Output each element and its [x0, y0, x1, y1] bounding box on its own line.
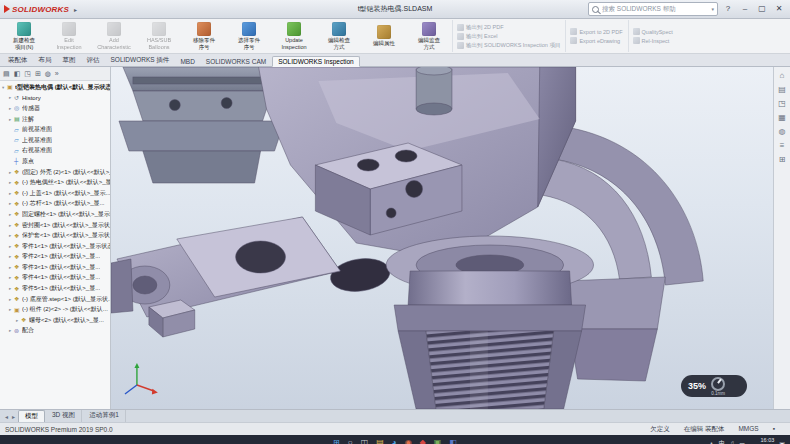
ribbon-button[interactable]: Update Inspection: [272, 20, 316, 52]
tree-item[interactable]: ▸ 传感器: [0, 103, 110, 114]
export-item[interactable]: 输出到 SOLIDWORKS Inspection 项目: [457, 42, 560, 49]
tree-item[interactable]: ▸ 螺母<2> (默认<<默认>_显...: [0, 315, 110, 326]
tab-scroll-arrow[interactable]: ◂: [3, 413, 10, 420]
forum-icon[interactable]: ⊞: [779, 155, 786, 164]
ribbon-button[interactable]: 选择零件 序号: [227, 20, 271, 52]
tab-scroll-arrow[interactable]: ▸: [10, 413, 17, 420]
tree-item-label: 密封圈<1> (默认<<默认>_显示状态...: [22, 221, 110, 230]
command-tab[interactable]: SOLIDWORKS CAM: [201, 57, 271, 66]
command-tab[interactable]: SOLIDWORKS 插件: [106, 55, 175, 66]
export-item[interactable]: Export eDrawing: [570, 37, 622, 44]
ribbon-button[interactable]: 编辑监查 方式: [407, 20, 451, 52]
tree-item[interactable]: ▸ 零件5<1> (默认<<默认>_显...: [0, 283, 110, 294]
clock[interactable]: 16:03 2022/8/15: [750, 437, 774, 444]
tree-item[interactable]: ▸ 固定螺栓<1> (默认<<默认>_显示状...: [0, 209, 110, 220]
search-taskbar-icon[interactable]: ○: [348, 439, 353, 444]
tree-item[interactable]: ▸ 零件3<1> (默认<<默认>_显...: [0, 262, 110, 273]
menu-expand-arrow[interactable]: ▸: [74, 6, 77, 13]
design-library-icon[interactable]: ▤: [778, 85, 786, 94]
command-tab[interactable]: 草图: [58, 55, 81, 66]
tree-item[interactable]: ▸ 注解: [0, 114, 110, 125]
ribbon-button-icon: [422, 22, 436, 36]
view-tab[interactable]: 模型: [18, 410, 45, 422]
task-view-icon[interactable]: ◫: [361, 439, 369, 444]
browser-icon[interactable]: ◉: [405, 439, 412, 444]
tree-item[interactable]: ▸ 零件2<1> (默认<<默认>_显...: [0, 252, 110, 263]
app-icon-blue[interactable]: ◧: [449, 439, 457, 444]
appearances-icon[interactable]: ◍: [779, 127, 786, 136]
dimxpert-tab-icon[interactable]: ⊞: [35, 70, 41, 78]
ribbon-button[interactable]: HAS/SUB Balloons: [137, 20, 181, 52]
file-explorer-icon[interactable]: ◳: [778, 99, 786, 108]
propertymanager-tab-icon[interactable]: ◧: [14, 70, 21, 78]
tree-item[interactable]: ▸ 零件4<1> (默认<<默认>_显...: [0, 273, 110, 284]
export-item[interactable]: 输出到 Excel: [457, 33, 560, 40]
status-item: 欠定义: [650, 425, 670, 434]
custom-properties-icon[interactable]: ≡: [780, 141, 785, 150]
view-tab[interactable]: 3D 视图: [46, 410, 82, 422]
export-item[interactable]: 输出到 2D PDF: [457, 24, 560, 31]
view-tab[interactable]: 运动算例1: [83, 410, 126, 422]
ribbon-button[interactable]: Edit Inspection: [47, 20, 91, 52]
ribbon-button[interactable]: 编辑属性: [362, 20, 406, 52]
configurationmanager-tab-icon[interactable]: ◳: [24, 70, 31, 78]
edge-icon[interactable]: ◕: [392, 439, 397, 444]
command-tab[interactable]: MBD: [175, 57, 199, 66]
ribbon-button-label-2: Characteristic: [97, 44, 131, 51]
tree-item[interactable]: ▸ (-) 热电偶丝<1> (默认<<默认>_显...: [0, 177, 110, 188]
close-button[interactable]: ✕: [772, 1, 786, 17]
start-icon[interactable]: ⊞: [333, 439, 340, 444]
tree-item-label: (-) 底座管.step<1> (默认_显示状...: [22, 295, 110, 304]
volume-icon[interactable]: ♫: [730, 440, 735, 444]
notification-icon[interactable]: ▣: [779, 440, 785, 444]
tree-item-icon: [14, 211, 21, 217]
export-item-icon: [570, 28, 577, 35]
export-group-1: 输出到 2D PDF 输出到 Excel 输出到 SOLIDWORKS Insp…: [452, 20, 564, 52]
export-item[interactable]: Export to 2D PDF: [570, 28, 622, 35]
tree-item-label: 上视基准面: [22, 136, 52, 145]
tree-item[interactable]: ▸ 保护套<1> (默认<<默认>_显示状...: [0, 230, 110, 241]
tree-item[interactable]: ▸ History: [0, 93, 110, 104]
minimize-button[interactable]: –: [738, 1, 752, 17]
tree-item[interactable]: ▸ (-) 底座管.step<1> (默认_显示状...: [0, 294, 110, 305]
panel-overflow-icon[interactable]: »: [55, 70, 59, 77]
search-dropdown-arrow[interactable]: ▾: [711, 6, 714, 12]
featuremanager-tab-icon[interactable]: ▤: [3, 70, 10, 78]
tree-item[interactable]: ▸ 零件1<1> (默认<<默认>_显示状态...: [0, 241, 110, 252]
command-tab[interactable]: 装配体: [3, 55, 33, 66]
displaymanager-tab-icon[interactable]: ◍: [45, 70, 51, 78]
tree-item[interactable]: ▸ (固定) 外壳 (2)<1> (默认<<默认>_显示状态): [0, 167, 110, 178]
app-icon-green[interactable]: ▣: [434, 439, 442, 444]
graphics-area[interactable]: 35% 0.1mm: [111, 67, 773, 409]
ime-indicator[interactable]: 中: [719, 439, 725, 444]
ribbon-button[interactable]: 编辑检查 方式: [317, 20, 361, 52]
tree-item[interactable]: ▸ 密封圈<1> (默认<<默认>_显示状态...: [0, 220, 110, 231]
tree-item[interactable]: ▾ t型铠装热电偶 (默认<默认_显示状态-1>): [0, 82, 110, 93]
tree-item[interactable]: ▸ (-) 上盖<1> (默认<<默认>_显示...: [0, 188, 110, 199]
file-explorer-taskbar-icon[interactable]: ▤: [376, 439, 384, 444]
solidworks-logo-icon: [4, 5, 10, 13]
tree-item[interactable]: ▸ 配合: [0, 326, 110, 337]
command-tab[interactable]: 评估: [82, 55, 105, 66]
export-item[interactable]: QualitySpect: [633, 28, 673, 35]
maximize-button[interactable]: ▢: [755, 1, 769, 17]
view-palette-icon[interactable]: ▦: [778, 113, 786, 122]
tree-item[interactable]: ▸ (-) 芯杆<1> (默认<<默认>_显...: [0, 199, 110, 210]
tray-expand-icon[interactable]: ∧: [709, 440, 713, 444]
tree-item[interactable]: 原点: [0, 156, 110, 167]
command-tab[interactable]: 布局: [34, 55, 57, 66]
solidworks-resources-icon[interactable]: ⌂: [780, 71, 785, 80]
help-button[interactable]: ?: [721, 1, 735, 17]
ribbon-button[interactable]: Add Characteristic: [92, 20, 136, 52]
ribbon-button[interactable]: 移除零件 序号: [182, 20, 226, 52]
ribbon-button[interactable]: 新建检查 项目(N): [2, 20, 46, 52]
network-battery-icon[interactable]: ▭: [739, 440, 745, 444]
tree-item[interactable]: 上视基准面: [0, 135, 110, 146]
search-box[interactable]: 搜索 SOLIDWORKS 帮助 ▾: [588, 2, 718, 16]
tree-item[interactable]: 前视基准面: [0, 124, 110, 135]
tree-item[interactable]: 右视基准面: [0, 146, 110, 157]
export-item[interactable]: Rel-Inspect: [633, 37, 673, 44]
command-tab[interactable]: SOLIDWORKS Inspection: [272, 56, 360, 67]
solidworks-taskbar-icon[interactable]: ◆: [420, 439, 426, 444]
tree-item[interactable]: ▸ (-) 组件 (2)<2> -> (默认<<默认...: [0, 304, 110, 315]
